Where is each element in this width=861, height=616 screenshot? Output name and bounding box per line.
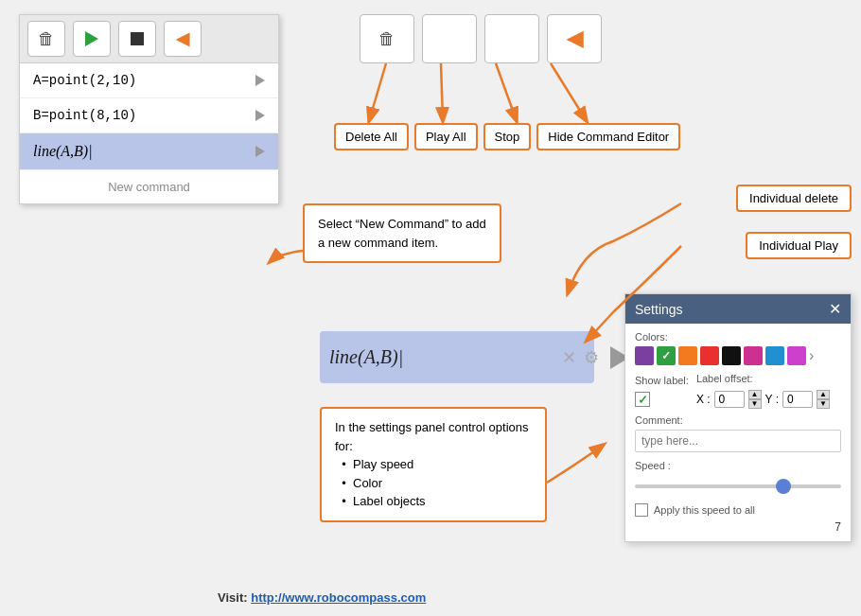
colors-label: Colors:: [635, 331, 841, 343]
play-icon: [85, 31, 98, 46]
visit-label: Visit:: [218, 590, 248, 605]
speed-label: Speed :: [635, 460, 841, 471]
offset-y-spinners: ▲ ▼: [817, 390, 830, 409]
new-command-item[interactable]: New command: [20, 170, 278, 203]
comment-input[interactable]: [635, 430, 841, 452]
label-offset-col: Label offset: X : ▲ ▼ Y : ▲ ▼: [696, 373, 830, 409]
checkmark-icon: ✓: [638, 393, 648, 407]
color-more-icon[interactable]: ›: [809, 347, 814, 364]
top-back-icon: ◀: [567, 26, 583, 51]
command-text-a: A=point(2,10): [33, 73, 136, 88]
stop-label: Stop: [483, 123, 532, 150]
speed-value: 7: [635, 520, 841, 534]
color-black[interactable]: [722, 346, 741, 365]
color-green[interactable]: ✓: [657, 346, 676, 365]
show-label-col: Show label: ✓: [635, 375, 689, 407]
speed-section: Speed :: [635, 460, 841, 496]
left-stop-button[interactable]: [118, 21, 156, 57]
new-command-callout-text: Select “New Command” to add a new comman…: [318, 217, 486, 250]
settings-panel: Settings ✕ Colors: ✓ › Show label: ✓ Lab…: [624, 293, 852, 542]
color-orange[interactable]: [678, 346, 697, 365]
labels-row: Delete All Play All Stop Hide Command Ed…: [334, 123, 680, 150]
command-play-arrow-b[interactable]: [255, 110, 265, 121]
apply-speed-row: Apply this speed to all: [635, 503, 841, 517]
command-item-a[interactable]: A=point(2,10): [20, 63, 278, 98]
show-label-row: Show label: ✓ Label offset: X : ▲ ▼ Y :: [635, 373, 841, 409]
new-command-callout: Select “New Command” to add a new comman…: [303, 203, 501, 263]
command-editor-area: ✕ ⚙: [320, 331, 594, 383]
left-toolbar: 🗑 ◀: [20, 15, 278, 63]
offset-y-up[interactable]: ▲: [817, 390, 830, 399]
offset-x-up[interactable]: ▲: [748, 390, 762, 399]
top-trash-icon: 🗑: [378, 29, 395, 49]
hide-editor-label: Hide Command Editor: [536, 123, 680, 150]
command-text-b: B=point(8,10): [33, 108, 136, 123]
speed-thumb[interactable]: [776, 479, 791, 494]
offset-y-input[interactable]: [782, 391, 813, 408]
new-command-label: New command: [108, 180, 190, 194]
command-play-arrow-line[interactable]: [255, 146, 265, 157]
settings-callout: In the settings panel control options fo…: [320, 407, 547, 522]
show-label-checkbox[interactable]: ✓: [635, 392, 650, 407]
offset-x-down[interactable]: ▼: [748, 399, 762, 409]
speed-track: [635, 484, 841, 488]
left-back-button[interactable]: ◀: [164, 21, 202, 57]
left-command-panel: 🗑 ◀ A=point(2,10) B=point(8,10) line(A,B…: [19, 14, 279, 204]
visit-url[interactable]: http://www.robocompass.com: [251, 590, 426, 605]
individual-delete-label: Individual delete: [749, 191, 838, 205]
offset-x-spinners: ▲ ▼: [748, 390, 762, 409]
color-red[interactable]: [700, 346, 719, 365]
color-magenta[interactable]: [787, 346, 806, 365]
command-list: A=point(2,10) B=point(8,10) line(A,B)| N…: [20, 63, 278, 203]
settings-body: Colors: ✓ › Show label: ✓ Label offset:: [625, 324, 851, 541]
left-play-all-button[interactable]: [73, 21, 111, 57]
offset-y-label: Y :: [765, 393, 779, 406]
offset-x-label: X :: [696, 393, 711, 406]
back-icon: ◀: [176, 28, 189, 49]
command-text-line: line(A,B)|: [33, 143, 93, 160]
top-play-btn[interactable]: [422, 14, 477, 63]
command-item-b[interactable]: B=point(8,10): [20, 98, 278, 133]
top-back-btn[interactable]: ◀: [547, 14, 602, 63]
command-editor-input[interactable]: [329, 346, 554, 368]
color-row: ✓ ›: [635, 346, 841, 365]
top-stop-btn[interactable]: [484, 14, 539, 63]
individual-play-callout: Individual Play: [746, 232, 852, 259]
visit-text: Visit: http://www.robocompass.com: [218, 590, 426, 605]
settings-header: Settings ✕: [625, 294, 851, 324]
svg-line-3: [551, 63, 587, 121]
apply-speed-label: Apply this speed to all: [654, 504, 755, 516]
offset-x-input[interactable]: [714, 391, 745, 408]
individual-delete-callout: Individual delete: [736, 185, 852, 212]
individual-play-label: Individual Play: [759, 238, 838, 253]
delete-all-label: Delete All: [334, 123, 409, 150]
play-all-label: Play All: [414, 123, 478, 150]
svg-line-2: [496, 63, 517, 121]
top-delete-btn[interactable]: 🗑: [360, 14, 414, 63]
svg-line-1: [441, 63, 443, 121]
speed-slider-container: [635, 477, 841, 496]
color-pink[interactable]: [744, 346, 763, 365]
top-toolbar: 🗑 ◀: [360, 14, 602, 63]
comment-label: Comment:: [635, 414, 841, 426]
settings-close-button[interactable]: ✕: [829, 300, 841, 318]
command-play-arrow-a[interactable]: [255, 75, 265, 86]
apply-speed-checkbox[interactable]: [635, 503, 648, 517]
color-blue[interactable]: [765, 346, 784, 365]
offset-y-down[interactable]: ▼: [817, 399, 830, 409]
label-offset-text: Label offset:: [696, 373, 830, 384]
settings-title: Settings: [635, 302, 683, 317]
comment-section: Comment:: [635, 414, 841, 452]
cmd-gear-icon[interactable]: ⚙: [584, 347, 599, 368]
color-purple[interactable]: [635, 346, 654, 365]
offset-row: X : ▲ ▼ Y : ▲ ▼: [696, 390, 830, 409]
left-delete-all-button[interactable]: 🗑: [27, 21, 65, 57]
svg-line-0: [369, 63, 386, 121]
command-item-line[interactable]: line(A,B)|: [20, 133, 278, 170]
show-label-text: Show label:: [635, 375, 689, 386]
stop-icon: [131, 32, 144, 45]
cmd-clear-icon[interactable]: ✕: [562, 347, 576, 368]
settings-callout-text: In the settings panel control options fo…: [335, 420, 529, 508]
trash-icon: 🗑: [38, 29, 55, 49]
